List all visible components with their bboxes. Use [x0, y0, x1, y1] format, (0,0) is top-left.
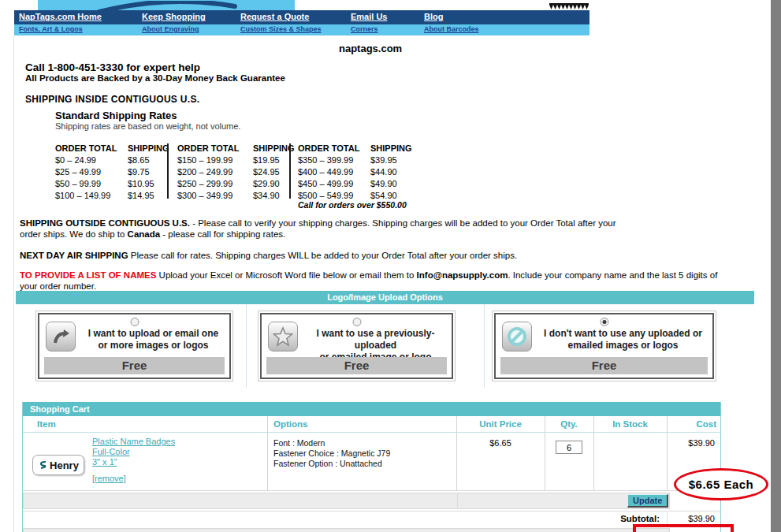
rate-col-header: ORDER TOTAL [177, 143, 253, 154]
nav-email-us-link[interactable]: Email Us [351, 12, 387, 21]
option-column-divider [484, 304, 485, 388]
rate-row: $300 – 349.99$34.90 [177, 190, 295, 202]
cart-column-headers: Item Options Unit Price Qty. In Stock Co… [23, 416, 720, 433]
shipping-outside-paragraph: SHIPPING OUTSIDE CONTIGUOUS U.S. - Pleas… [20, 218, 620, 240]
badge-preview-thumbnail: Henry [32, 455, 84, 475]
nav-blog-link[interactable]: Blog [424, 12, 443, 21]
nav-keep-shopping-link[interactable]: Keep Shopping [142, 12, 206, 21]
upload-options-area: I want to upload or email oneor more ima… [16, 304, 754, 388]
shipping-outside-lead: SHIPPING OUTSIDE CONTIGUOUS U.S. [20, 218, 190, 228]
rate-col-header: SHIPPING [253, 143, 295, 154]
item-cost: $39.90 [667, 438, 715, 448]
nav-corners-link[interactable]: Corners [351, 25, 378, 33]
upload-option-label: I don't want to use any uploaded oremail… [535, 328, 711, 352]
rates-note: Shipping rates are based on weight, not … [55, 121, 240, 131]
subtotal-label: Subtotal: [620, 514, 660, 523]
rate-row: $150 – 199.99$19.95 [177, 154, 295, 166]
item-unit-price: $6.65 [456, 438, 545, 448]
nav-home-link[interactable]: NapTags.com Home [19, 12, 102, 21]
col-header-item: Item [37, 416, 56, 433]
item-product-link[interactable]: Plastic Name Badges [92, 437, 175, 447]
shipping-inside-heading: SHIPPING INSIDE CONTIGUOUS U.S. [25, 94, 199, 105]
upload-option-previous-image[interactable]: I want to use a previously-uploadedor em… [260, 313, 453, 379]
update-button[interactable]: Update [627, 494, 668, 508]
canada-bold: Canada [128, 229, 161, 239]
gear-logo-fragment-icon [547, 0, 591, 8]
cart-title-bar: Shopping Cart [23, 402, 720, 416]
col-header-options: Options [273, 416, 307, 433]
item-size-link[interactable]: 3" x 1" [92, 457, 117, 467]
logo-banner-fragment [38, 0, 295, 10]
rate-table-divider [289, 143, 291, 199]
update-row-background [23, 493, 670, 509]
col-header-in-stock: In Stock [593, 416, 667, 433]
rate-row: $25 – 49.99$9.75 [55, 166, 169, 178]
shopping-cart-table: Shopping Cart Item Options Unit Price Qt… [22, 402, 721, 532]
cart-subtotal-row: Subtotal: $39.90 [23, 511, 720, 525]
option-price-bar: Free [266, 357, 447, 374]
nav-fonts-art-logos-link[interactable]: Fonts, Art & Logos [19, 25, 83, 33]
price-each-text: $6.65 Each [689, 478, 754, 491]
next-day-air-paragraph: NEXT DAY AIR SHIPPING Please call for ra… [20, 250, 761, 261]
subtotal-value: $39.90 [688, 514, 715, 523]
rate-group-3: ORDER TOTALSHIPPING $350 – 399.99$39.95 … [298, 143, 412, 202]
upload-option-new-images[interactable]: I want to upload or email oneor more ima… [38, 313, 231, 379]
call-for-help-line: Call 1-800-451-3330 for expert help [25, 61, 200, 73]
rate-row: $250 – 299.99$29.90 [177, 178, 295, 190]
primary-nav-bar: NapTags.com Home Keep Shopping Request a… [14, 10, 589, 24]
upload-option-label: I want to upload or email oneor more ima… [79, 328, 228, 352]
cart-update-row: Update [23, 493, 720, 509]
nav-about-barcodes-link[interactable]: About Barcodes [424, 25, 479, 33]
rate-col-header: SHIPPING [370, 143, 412, 154]
item-links: Plastic Name Badges Full-Color 3" x 1" [… [92, 437, 175, 484]
call-over-550-note: Call for orders over $550.00 [298, 200, 407, 210]
quantity-input[interactable] [556, 441, 582, 454]
rate-col-header: ORDER TOTAL [298, 143, 370, 154]
upload-option-radio[interactable] [600, 318, 608, 326]
naptags-shipping-cart-page: NapTags.com Home Keep Shopping Request a… [0, 0, 781, 532]
names-red-lead: TO PROVIDE A LIST OF NAMES [20, 270, 156, 280]
no-symbol-icon [502, 322, 532, 352]
cart-item-row: Henry Plastic Name Badges Full-Color 3" … [23, 433, 720, 491]
upload-option-radio[interactable] [130, 318, 139, 326]
remove-item-link[interactable]: [remove] [92, 474, 126, 484]
item-options-text: Font : Modern Fastener Choice : Magnetic… [273, 438, 390, 469]
next-day-lead: NEXT DAY AIR SHIPPING [20, 251, 128, 260]
badge-preview-name: Henry [50, 459, 79, 471]
upload-option-radio[interactable] [352, 318, 361, 326]
cart-total-row: Total: $39.90 [23, 526, 720, 532]
rate-row: $450 – 499.99$49.90 [298, 178, 412, 190]
total-row-background [23, 528, 670, 532]
rate-row: $50 – 99.99$10.95 [55, 178, 169, 190]
rate-row: $100 – 149.99$14.95 [55, 190, 169, 202]
support-email: Info@napsupply.com [417, 270, 508, 280]
logo-swoosh-icon [38, 1, 295, 10]
secondary-nav-bar: Fonts, Art & Logos About Engraving Custo… [14, 24, 589, 35]
nav-custom-sizes-link[interactable]: Custom Sizes & Shapes [240, 25, 322, 33]
option-price-bar: Free [500, 357, 708, 374]
nav-request-quote-link[interactable]: Request a Quote [240, 12, 309, 21]
standard-rates-title: Standard Shipping Rates [55, 110, 177, 121]
col-header-qty: Qty. [545, 416, 593, 433]
list-of-names-paragraph: TO PROVIDE A LIST OF NAMES Upload your E… [20, 270, 731, 292]
upload-options-header: Logo/Image Upload Options [16, 291, 754, 304]
rate-row: $200 – 249.99$24.95 [177, 166, 295, 178]
col-header-unit-price: Unit Price [456, 416, 545, 433]
rate-row: $0 – 24.99$8.65 [55, 154, 169, 166]
option-price-bar: Free [44, 357, 225, 374]
nav-about-engraving-link[interactable]: About Engraving [142, 25, 199, 33]
rate-col-header: ORDER TOTAL [55, 143, 128, 154]
rate-group-1: ORDER TOTALSHIPPING $0 – 24.99$8.65 $25 … [55, 143, 169, 202]
badge-logo-icon [38, 460, 47, 470]
guarantee-line: All Products are Backed by a 30-Day Mone… [25, 73, 285, 83]
option-column-divider [246, 304, 247, 388]
rate-row: $350 – 399.99$39.95 [298, 154, 412, 166]
rate-table-divider [167, 143, 169, 199]
upload-arrow-icon [46, 322, 76, 352]
item-fullcolor-link[interactable]: Full-Color [92, 447, 130, 457]
page-left-border [13, 36, 14, 532]
rate-row: $400 – 449.99$44.90 [298, 166, 412, 178]
upload-option-no-images[interactable]: I don't want to use any uploaded oremail… [494, 313, 714, 379]
star-icon [268, 322, 298, 352]
rate-col-header: SHIPPING [128, 143, 169, 154]
